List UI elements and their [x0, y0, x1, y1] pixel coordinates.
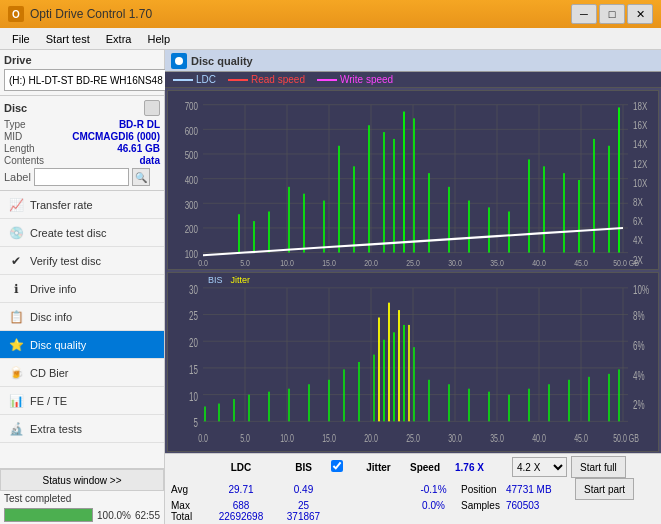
svg-text:40.0: 40.0	[532, 257, 546, 268]
maximize-button[interactable]: □	[599, 4, 625, 24]
nav-extra-tests[interactable]: 🔬 Extra tests	[0, 415, 164, 443]
svg-rect-101	[233, 399, 235, 421]
svg-rect-36	[253, 221, 255, 252]
jitter-checkbox[interactable]	[331, 460, 343, 472]
svg-rect-117	[408, 325, 410, 421]
svg-rect-115	[388, 303, 390, 422]
svg-rect-45	[393, 139, 395, 253]
svg-rect-51	[488, 207, 490, 252]
svg-rect-121	[488, 392, 490, 422]
bis-column-header: BIS	[276, 462, 331, 473]
svg-rect-119	[448, 384, 450, 421]
nav-transfer-rate[interactable]: 📈 Transfer rate	[0, 191, 164, 219]
total-label: Total	[171, 511, 206, 522]
svg-text:300: 300	[185, 198, 198, 211]
svg-rect-111	[393, 332, 395, 421]
svg-rect-53	[528, 159, 530, 252]
app-title: Opti Drive Control 1.70	[30, 7, 152, 21]
svg-text:20: 20	[189, 337, 198, 350]
svg-text:25: 25	[189, 310, 198, 323]
start-full-button[interactable]: Start full	[571, 456, 626, 478]
progress-percent: 100.0%	[97, 510, 131, 521]
svg-rect-52	[508, 211, 510, 252]
svg-rect-116	[398, 310, 400, 421]
total-ldc-value: 22692698	[206, 511, 276, 522]
svg-text:5: 5	[194, 417, 199, 430]
nav-verify-test-disc[interactable]: ✔ Verify test disc	[0, 247, 164, 275]
max-bis-value: 25	[276, 500, 331, 511]
svg-rect-126	[588, 377, 590, 421]
read-speed-legend-line	[228, 79, 248, 81]
svg-rect-124	[548, 384, 550, 421]
svg-rect-102	[248, 395, 250, 422]
nav-fe-te[interactable]: 📊 FE / TE	[0, 387, 164, 415]
menu-start-test[interactable]: Start test	[38, 31, 98, 47]
svg-text:200: 200	[185, 223, 198, 236]
disc-length-value: 46.61 GB	[117, 143, 160, 154]
svg-rect-39	[303, 194, 305, 253]
disc-length-label: Length	[4, 143, 35, 154]
svg-text:25.0: 25.0	[406, 257, 420, 268]
extra-tests-icon: 🔬	[8, 421, 24, 437]
drive-label: Drive	[4, 54, 160, 66]
status-window-button[interactable]: Status window >>	[0, 469, 164, 491]
nav-create-test-disc[interactable]: 💿 Create test disc	[0, 219, 164, 247]
menu-help[interactable]: Help	[139, 31, 178, 47]
svg-rect-46	[403, 112, 405, 253]
close-button[interactable]: ✕	[627, 4, 653, 24]
ldc-chart: 700 600 500 400 300 200 100 18X 16X 14X …	[167, 90, 659, 270]
write-speed-legend-label: Write speed	[340, 74, 393, 85]
progress-fill	[5, 509, 92, 521]
ldc-legend-line	[173, 79, 193, 81]
svg-text:6%: 6%	[633, 340, 645, 353]
minimize-button[interactable]: ─	[571, 4, 597, 24]
disc-mid-value: CMCMAGDI6 (000)	[72, 131, 160, 142]
bis-chart: BIS Jitter 30 25 20 15 10 5 10%	[167, 272, 659, 452]
elapsed-time: 62:55	[135, 510, 160, 521]
ldc-legend-label: LDC	[196, 74, 216, 85]
disc-quality-header-icon	[171, 53, 187, 69]
app-icon: O	[8, 6, 24, 22]
svg-rect-127	[608, 374, 610, 421]
svg-text:30: 30	[189, 283, 198, 296]
svg-text:400: 400	[185, 174, 198, 187]
svg-rect-54	[543, 166, 545, 252]
start-part-button[interactable]: Start part	[575, 478, 634, 500]
svg-text:0.0: 0.0	[198, 257, 208, 268]
svg-text:45.0: 45.0	[574, 257, 588, 268]
nav-drive-info[interactable]: ℹ Drive info	[0, 275, 164, 303]
svg-text:500: 500	[185, 149, 198, 162]
jitter-column-header: Jitter	[351, 462, 406, 473]
disc-quality-header: Disc quality	[165, 50, 661, 72]
total-row: Total 22692698 371867	[171, 511, 655, 522]
menu-extra[interactable]: Extra	[98, 31, 140, 47]
scan-speed-selector[interactable]: 4.2 X	[512, 457, 567, 477]
svg-rect-106	[328, 380, 330, 422]
svg-text:30.0: 30.0	[448, 257, 462, 268]
svg-rect-125	[568, 380, 570, 422]
status-text: Test completed	[0, 491, 164, 506]
disc-label-input[interactable]	[34, 168, 129, 186]
ldc-column-header: LDC	[206, 462, 276, 473]
svg-text:10.0: 10.0	[280, 433, 294, 445]
ldc-chart-svg: 700 600 500 400 300 200 100 18X 16X 14X …	[168, 91, 658, 269]
svg-rect-58	[608, 146, 610, 253]
svg-rect-49	[448, 187, 450, 253]
samples-value: 760503	[506, 500, 571, 511]
checkbox-area	[331, 460, 351, 474]
menu-file[interactable]: File	[4, 31, 38, 47]
disc-label-go-button[interactable]: 🔍	[132, 168, 150, 186]
max-label: Max	[171, 500, 206, 511]
svg-text:10X: 10X	[633, 177, 648, 190]
avg-ldc-value: 29.71	[206, 484, 276, 495]
svg-rect-108	[358, 362, 360, 421]
svg-rect-38	[288, 187, 290, 253]
nav-disc-info[interactable]: 📋 Disc info	[0, 303, 164, 331]
svg-rect-122	[508, 395, 510, 422]
bis-legend: BIS Jitter	[208, 275, 250, 285]
nav-disc-quality[interactable]: ⭐ Disc quality	[0, 331, 164, 359]
disc-type-label: Type	[4, 119, 26, 130]
svg-rect-44	[383, 132, 385, 252]
disc-quality-icon: ⭐	[8, 337, 24, 353]
nav-cd-bier[interactable]: 🍺 CD Bier	[0, 359, 164, 387]
